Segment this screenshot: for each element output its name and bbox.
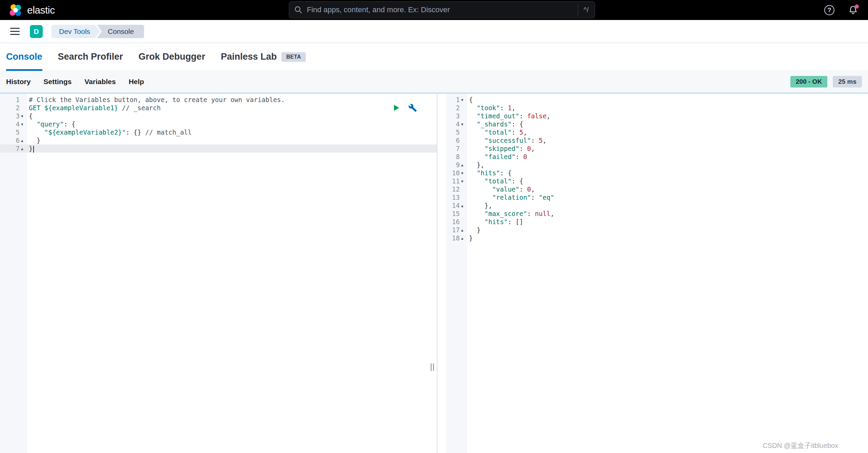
breadcrumb-bar: D Dev Tools Console [0,20,868,43]
tab-search-profiler[interactable]: Search Profiler [58,43,123,71]
play-icon [392,104,400,112]
response-gutter: 1▾234▾56789▴10▾11▾121314▴151617▴18▴ [446,94,467,453]
tab-painless-lab-label: Painless Lab [221,52,277,62]
notifications-button[interactable] [846,3,860,17]
breadcrumb: Dev Tools Console [52,25,144,38]
beta-badge: BETA [281,52,306,62]
search-icon [294,5,303,14]
response-status-group: 200 - OK 25 ms [790,76,862,87]
header-icons: ? [823,0,860,20]
menu-button[interactable] [9,26,21,36]
tab-grok-debugger[interactable]: Grok Debugger [139,43,205,71]
console-toolbar: History Settings Variables Help 200 - OK… [0,71,868,92]
tab-painless-lab[interactable]: Painless Lab BETA [221,43,306,71]
global-search-input[interactable] [307,5,578,14]
elastic-logo-icon [9,3,22,17]
variables-menu[interactable]: Variables [84,78,116,86]
kibana-console-page: elastic ^/ ? [0,0,868,453]
response-code: { "took": 1, "timed_out": false, "_shard… [467,94,868,453]
response-viewer: 1▾234▾56789▴10▾11▾121314▴151617▴18▴ { "t… [446,94,868,453]
global-search-bar[interactable]: ^/ [289,1,595,18]
search-shortcut-key: ^/ [578,4,590,16]
request-gutter: 123▾4▾56▴7▴ [0,94,27,453]
request-code[interactable]: # Click the Variables button, above, to … [27,94,437,453]
tab-grok-debugger-label: Grok Debugger [139,52,205,62]
dev-tools-tabs: Console Search Profiler Grok Debugger Pa… [0,43,868,71]
editor-region: 123▾4▾56▴7▴ # Click the Variables button… [0,92,868,453]
breadcrumb-dev-tools[interactable]: Dev Tools [52,25,100,38]
help-icon: ? [824,5,834,15]
elastic-home-link[interactable]: elastic [9,3,55,17]
pane-resizer-grip-icon[interactable] [431,363,434,371]
pane-resizer[interactable] [437,94,437,453]
settings-menu[interactable]: Settings [43,78,72,86]
help-button[interactable]: ? [823,3,836,17]
global-header: elastic ^/ ? [0,0,868,20]
tab-search-profiler-label: Search Profiler [58,52,123,62]
request-actions [392,103,417,112]
tab-console-label: Console [6,52,42,62]
history-menu[interactable]: History [6,78,31,86]
request-editor[interactable]: 123▾4▾56▴7▴ # Click the Variables button… [0,94,437,453]
send-request-button[interactable] [392,104,400,112]
notification-dot [855,4,859,8]
tab-console[interactable]: Console [6,43,42,71]
watermark: CSDN @蓝盒子itbluebox [763,441,838,450]
response-status-badge: 200 - OK [790,76,827,87]
breadcrumb-console: Console [97,25,144,38]
wrench-icon [408,103,417,112]
deployment-badge[interactable]: D [30,25,43,38]
request-options-button[interactable] [408,103,417,112]
logo-text: elastic [27,4,55,16]
response-time-badge: 25 ms [833,76,862,87]
help-menu[interactable]: Help [129,78,144,86]
